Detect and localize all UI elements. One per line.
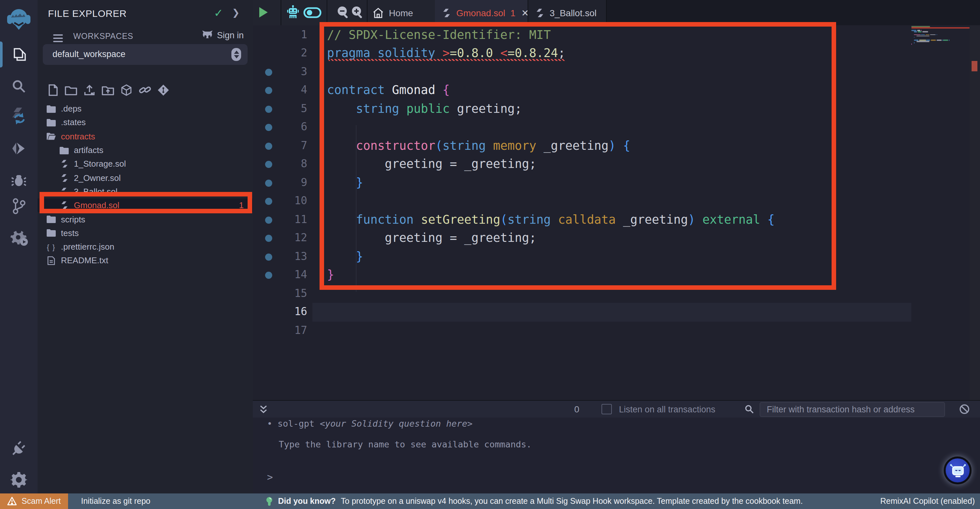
- remix-ai-assistant-button[interactable]: [944, 456, 972, 484]
- link-icon[interactable]: [139, 84, 151, 96]
- remix-logo-icon[interactable]: [0, 5, 38, 34]
- tree-item-3-ballot-sol[interactable]: 3_Ballot.sol: [38, 185, 253, 199]
- modified-line-dot: [265, 235, 272, 242]
- tree-item-gmonad-sol[interactable]: Gmonad.sol1: [38, 198, 253, 212]
- code-line-14[interactable]: 14}: [253, 266, 911, 285]
- line-content: }: [327, 266, 334, 285]
- run-script-button[interactable]: [258, 6, 268, 18]
- tree-item-2-owner-sol[interactable]: 2_Owner.sol: [38, 171, 253, 185]
- plugin-manager-icon[interactable]: [0, 436, 38, 459]
- folder-icon: [47, 229, 56, 237]
- panel-chevron-icon[interactable]: ❯: [232, 7, 240, 18]
- minimap[interactable]: [911, 26, 970, 156]
- tree-item-label: artifacts: [74, 145, 103, 155]
- deploy-run-icon[interactable]: [0, 137, 38, 160]
- line-number: 13: [281, 248, 307, 266]
- code-line-5[interactable]: 5 string public greeting;: [253, 100, 911, 118]
- debugger-icon[interactable]: [0, 169, 38, 192]
- folder-open-icon: [47, 132, 56, 140]
- code-line-11[interactable]: 11 function setGreeting(string calldata …: [253, 211, 911, 229]
- plugin-runner-icon[interactable]: [0, 226, 38, 250]
- tree-item-label: Gmonad.sol: [74, 200, 119, 210]
- transaction-filter-input[interactable]: Filter with transaction hash or address: [760, 402, 945, 417]
- line-number: 17: [281, 322, 307, 340]
- new-folder-icon[interactable]: [65, 84, 77, 96]
- search-icon[interactable]: [0, 75, 38, 98]
- zoom-in-icon[interactable]: [351, 6, 363, 19]
- tree-item-scripts[interactable]: scripts: [38, 212, 253, 226]
- code-line-4[interactable]: 4contract Gmonad {: [253, 81, 911, 100]
- code-line-12[interactable]: 12 greeting = _greeting;: [253, 229, 911, 248]
- tree-item-tests[interactable]: tests: [38, 226, 253, 240]
- copilot-toggle[interactable]: [303, 7, 321, 18]
- solidity-file-icon: [443, 8, 450, 17]
- clear-terminal-icon[interactable]: [959, 404, 970, 414]
- tree-item-contracts[interactable]: contracts: [38, 129, 253, 143]
- workspace-spinner-icon[interactable]: [231, 48, 241, 61]
- file-explorer-icon[interactable]: [0, 41, 38, 67]
- tree-item--deps[interactable]: .deps: [38, 102, 253, 116]
- zoom-out-icon[interactable]: [337, 6, 349, 19]
- tree-item-readme-txt[interactable]: README.txt: [38, 254, 253, 268]
- code-line-16[interactable]: 16: [253, 303, 911, 322]
- solidity-compiler-icon[interactable]: [0, 103, 38, 128]
- tab-gmonad[interactable]: Gmonad.sol 1 ✕: [435, 0, 528, 25]
- workspaces-label: WORKSPACES: [73, 32, 133, 41]
- line-number: 3: [281, 63, 307, 81]
- code-line-13[interactable]: 13 }: [253, 248, 911, 266]
- settings-icon[interactable]: [0, 468, 38, 491]
- scam-alert-button[interactable]: Scam Alert: [0, 493, 68, 509]
- create-workspace-icon[interactable]: [121, 84, 132, 96]
- line-content: // SPDX-License-Identifier: MIT: [327, 26, 551, 45]
- code-editor[interactable]: 1// SPDX-License-Identifier: MIT2pragma …: [253, 25, 980, 400]
- solidity-icon: [60, 174, 69, 182]
- git-clone-icon[interactable]: [158, 84, 169, 96]
- copilot-status[interactable]: RemixAI Copilot (enabled): [880, 497, 975, 506]
- git-init-button[interactable]: Initialize as git repo: [81, 497, 150, 506]
- remix-ide-window: FILE EXPLORER ✓ ❯ WORKSPACES Sign in def…: [0, 0, 980, 509]
- modified-line-dot: [265, 217, 272, 224]
- tree-item-artifacts[interactable]: artifacts: [38, 143, 253, 157]
- code-line-2[interactable]: 2pragma solidity >=0.8.0 <=0.8.24;: [253, 45, 911, 63]
- code-line-9[interactable]: 9 }: [253, 174, 911, 192]
- modified-line-dot: [265, 161, 272, 168]
- terminal-prompt[interactable]: >: [267, 471, 273, 483]
- line-content: }: [327, 248, 363, 266]
- line-content: greeting = _greeting;: [327, 229, 536, 248]
- terminal-output[interactable]: • sol-gpt <your Solidity question here> …: [253, 418, 980, 493]
- upload-folder-icon[interactable]: [102, 84, 114, 96]
- code-line-10[interactable]: 10: [253, 192, 911, 211]
- modified-line-dot: [265, 198, 272, 205]
- solidity-icon: [60, 160, 69, 168]
- ai-robot-icon[interactable]: [286, 5, 299, 19]
- compile-check-icon[interactable]: ✓: [214, 6, 223, 20]
- new-file-icon[interactable]: [48, 84, 58, 96]
- upload-file-icon[interactable]: [84, 84, 95, 96]
- code-line-1[interactable]: 1// SPDX-License-Identifier: MIT: [253, 26, 911, 45]
- code-line-3[interactable]: 3: [253, 63, 911, 81]
- tree-item--states[interactable]: .states: [38, 116, 253, 130]
- listen-checkbox[interactable]: [601, 404, 612, 414]
- code-line-6[interactable]: 6: [253, 118, 911, 137]
- workspace-menu-icon[interactable]: [53, 32, 63, 44]
- tree-item--prettierrc-json[interactable]: { }.prettierrc.json: [38, 240, 253, 254]
- tab-ballot[interactable]: 3_Ballot.sol: [528, 0, 606, 25]
- line-number: 10: [281, 192, 307, 211]
- sign-in-label: Sign in: [217, 30, 244, 40]
- code-line-15[interactable]: 15: [253, 285, 911, 303]
- code-line-7[interactable]: 7 constructor(string memory _greeting) {: [253, 137, 911, 155]
- tree-item-1-storage-sol[interactable]: 1_Storage.sol: [38, 157, 253, 171]
- tab-home[interactable]: Home: [373, 0, 413, 25]
- sign-in-button[interactable]: Sign in: [201, 30, 244, 40]
- workspace-select[interactable]: default_workspace: [43, 44, 248, 65]
- code-line-8[interactable]: 8 greeting = _greeting;: [253, 155, 911, 174]
- listen-label[interactable]: Listen on all transactions: [619, 405, 715, 414]
- lightbulb-icon: [266, 496, 273, 506]
- editor-scrollbar[interactable]: [970, 25, 980, 400]
- terminal-collapse-icon[interactable]: [259, 405, 268, 414]
- git-icon[interactable]: [0, 195, 38, 218]
- error-marker: [972, 61, 977, 71]
- code-line-17[interactable]: 17: [253, 322, 911, 340]
- tree-item-label: .states: [61, 118, 86, 128]
- folder-icon: [47, 105, 56, 113]
